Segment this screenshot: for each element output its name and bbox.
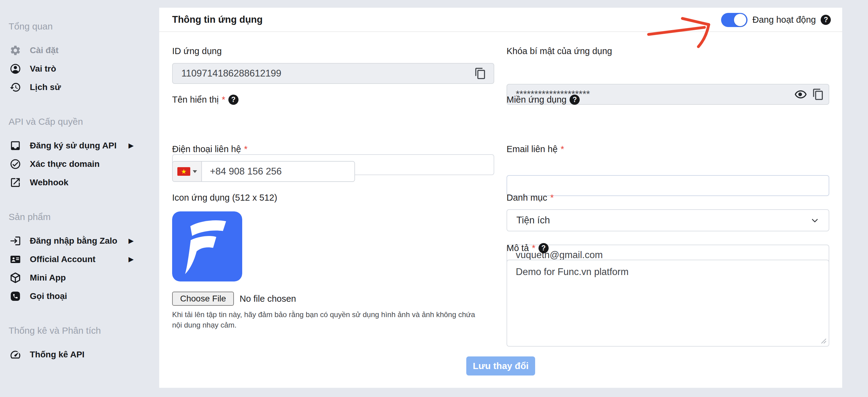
help-icon[interactable]: ? (569, 95, 580, 105)
sidebar-item-label: Webhook (30, 177, 68, 188)
sidebar-item-history[interactable]: Lịch sử (0, 78, 159, 97)
app-id-input[interactable] (172, 63, 494, 84)
phone-field (172, 161, 355, 182)
help-icon[interactable]: ? (538, 243, 549, 253)
display-name-label: Tên hiển thị * ? (172, 94, 494, 105)
sidebar-item-label: Xác thực domain (30, 159, 100, 169)
email-label: Email liên hệ * (506, 143, 829, 155)
sidebar-item-label: Cài đặt (30, 45, 58, 55)
required-mark: * (532, 243, 535, 253)
sidebar-section-analytics: Thống kê và Phân tích Thống kê API (0, 323, 159, 364)
active-status-label: Đang hoạt động (752, 15, 816, 25)
toggle-knob (734, 14, 746, 26)
secret-key-label: Khóa bí mật của ứng dụng (506, 45, 829, 57)
app-info-panel: Thông tin ứng dụng Đang hoạt động ? ID ứ… (159, 8, 842, 388)
page-title: Thông tin ứng dụng (172, 14, 262, 25)
sidebar-section-title: API và Cấp quyền (9, 114, 159, 129)
phone-input[interactable] (202, 162, 354, 181)
required-mark: * (222, 95, 225, 105)
required-mark: * (550, 193, 554, 203)
vietnam-flag-icon (177, 167, 190, 176)
check-circle-icon (9, 158, 21, 170)
app-logo (172, 211, 242, 282)
sidebar-item-label: Đăng nhập bằng Zalo (30, 236, 117, 246)
help-icon[interactable]: ? (821, 15, 831, 25)
cube-icon (9, 272, 21, 284)
app-settings-page: Tổng quan Cài đặt Vai trò (0, 0, 868, 397)
sidebar-item-label: Lịch sử (30, 82, 61, 92)
caret-down-icon (193, 170, 197, 173)
inbox-icon (9, 140, 21, 152)
gear-icon (9, 44, 21, 56)
sidebar-section-api: API và Cấp quyền Đăng ký sử dụng API ▶ X… (0, 114, 159, 192)
icon-file-row: Choose File No file chosen (172, 292, 296, 306)
sidebar-item-label: Gọi thoại (30, 291, 67, 301)
sidebar-section-title: Thống kê và Phân tích (9, 323, 159, 338)
sidebar-item-label: Đăng ký sử dụng API (30, 141, 117, 151)
category-label: Danh mục * (506, 192, 829, 203)
required-mark: * (561, 144, 564, 154)
country-selector[interactable] (173, 162, 202, 181)
description-field: Demo for Func.vn platform (506, 260, 829, 348)
active-toggle[interactable] (721, 13, 747, 27)
choose-file-button[interactable]: Choose File (172, 292, 234, 306)
sidebar-item-settings[interactable]: Cài đặt (0, 41, 159, 60)
sidebar-item-label: Mini App (30, 273, 66, 283)
description-label: Mô tả * ? (506, 242, 829, 254)
contact-card-icon (9, 254, 21, 265)
sidebar-item-api-registration[interactable]: Đăng ký sử dụng API ▶ (0, 136, 159, 155)
sidebar-item-official-account[interactable]: Official Account ▶ (0, 250, 159, 269)
active-status: Đang hoạt động ? (721, 8, 831, 32)
chevron-right-icon: ▶ (128, 142, 134, 150)
sidebar-item-label: Thống kê API (30, 350, 85, 360)
sidebar-section-overview: Tổng quan Cài đặt Vai trò (0, 19, 159, 97)
copy-icon[interactable] (474, 67, 487, 79)
chevron-right-icon: ▶ (128, 255, 134, 263)
sidebar-item-api-stats[interactable]: Thống kê API (0, 345, 159, 364)
person-circle-icon (9, 63, 21, 75)
sidebar-item-voice-call[interactable]: Gọi thoại (0, 287, 159, 305)
category-value: Tiện ích (516, 215, 810, 226)
app-icon-label: Icon ứng dụng (512 x 512) (172, 192, 494, 203)
panel-header: Thông tin ứng dụng Đang hoạt động ? (159, 8, 842, 32)
sidebar-item-label: Vai trò (30, 64, 56, 74)
icon-upload-note: Khi tải lên tập tin này, hãy đảm bảo rằn… (172, 309, 483, 330)
app-id-field (172, 63, 494, 84)
help-icon[interactable]: ? (228, 95, 239, 105)
gauge-icon (9, 349, 21, 360)
login-icon (9, 235, 21, 247)
description-textarea[interactable]: Demo for Func.vn platform (506, 260, 829, 346)
sidebar-item-domain-verification[interactable]: Xác thực domain (0, 155, 159, 173)
phone-icon (9, 290, 21, 302)
sidebar-section-title: Tổng quan (9, 19, 159, 34)
category-select[interactable]: Tiện ích (506, 209, 829, 231)
app-id-label: ID ứng dụng (172, 45, 494, 57)
app-domain-label: Miền ứng dụng ? (506, 94, 829, 105)
sidebar-item-roles[interactable]: Vai trò (0, 60, 159, 78)
phone-label: Điện thoại liên hệ * (172, 143, 494, 155)
required-mark: * (244, 144, 247, 154)
sidebar-section-products: Sản phẩm Đăng nhập bằng Zalo ▶ Official … (0, 209, 159, 305)
sidebar-item-zalo-login[interactable]: Đăng nhập bằng Zalo ▶ (0, 232, 159, 250)
sidebar-section-title: Sản phẩm (9, 209, 159, 224)
history-icon (9, 81, 21, 93)
external-link-icon (9, 177, 21, 188)
save-button[interactable]: Lưu thay đổi (466, 357, 535, 375)
sidebar-item-mini-app[interactable]: Mini App (0, 269, 159, 287)
chevron-down-icon (810, 216, 819, 225)
sidebar-item-label: Official Account (30, 255, 96, 264)
file-status-text: No file chosen (240, 294, 296, 304)
resize-handle[interactable] (821, 338, 827, 344)
chevron-right-icon: ▶ (128, 237, 134, 245)
sidebar-item-webhook[interactable]: Webhook (0, 173, 159, 192)
